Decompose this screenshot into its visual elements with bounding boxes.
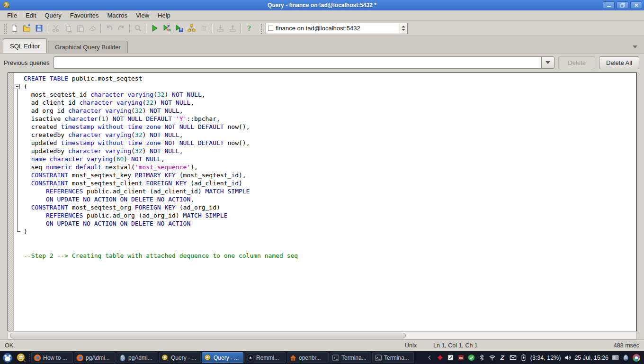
postgresql-tray-icon[interactable] <box>622 354 629 361</box>
open-file-button[interactable] <box>20 22 33 35</box>
taskbar-window-terminal-2[interactable]: Termina... <box>372 352 414 363</box>
spin-up-icon <box>402 26 405 27</box>
fold-collapse-icon[interactable] <box>15 84 20 89</box>
status-bar: OK. Unix Ln 1, Col 1, Ch 1 488 msec <box>0 339 644 351</box>
editor-wrap: CREATE TABLE public.most_seqtest( most_s… <box>0 72 644 339</box>
code-token: nextval( <box>101 164 134 171</box>
code-token: ( <box>131 131 135 138</box>
restore-button[interactable] <box>617 1 628 9</box>
menu-item-favourites[interactable]: Favourites <box>66 11 103 20</box>
sql-editor[interactable]: CREATE TABLE public.most_seqtest( most_s… <box>8 73 637 331</box>
tray-collapse-arrow-icon[interactable] <box>426 354 433 361</box>
horizontal-scrollbar[interactable] <box>8 332 637 339</box>
minimize-button[interactable] <box>603 1 615 9</box>
menu-item-file[interactable]: File <box>3 11 21 20</box>
tab-label: Graphical Query Builder <box>55 44 121 51</box>
svg-text:SQL: SQL <box>19 356 23 359</box>
menu-item-edit[interactable]: Edit <box>21 11 40 20</box>
code-token: now(), <box>224 123 250 130</box>
taskbar-window-remmina[interactable]: Remmi... <box>244 352 286 363</box>
code-token: 32 <box>135 107 143 114</box>
battery-tray-icon[interactable] <box>520 354 527 361</box>
fold-margin <box>14 73 21 331</box>
code-token: most_seqtest_client <box>68 180 146 187</box>
code-area[interactable]: CREATE TABLE public.most_seqtest( most_s… <box>21 73 636 331</box>
title-bar[interactable]: SQL Query - finance on tad@localhost:543… <box>0 0 644 10</box>
upload-box-icon <box>229 24 237 32</box>
minimize-icon <box>607 3 611 8</box>
code-token: 60 <box>116 155 124 163</box>
taskbar-window-openbravo[interactable]: openbr... <box>287 352 329 363</box>
code-token: character varying <box>90 91 153 98</box>
taskbar-window-pgadmin-ff[interactable]: pgAdmi... <box>74 352 116 363</box>
code-token: NOT NULL <box>150 131 179 138</box>
previous-queries-input[interactable] <box>54 56 541 69</box>
tab-overflow-arrow-icon[interactable] <box>633 46 637 48</box>
save-file-button[interactable] <box>33 22 45 35</box>
menu-item-view[interactable]: View <box>132 11 153 20</box>
previous-queries-label: Previous queries <box>4 59 50 66</box>
taskbar-window-pgadmin[interactable]: pgAdmi... <box>116 352 158 363</box>
chevron-down-icon <box>546 61 550 64</box>
status-cursor-position: Ln 1, Col 1, Ch 1 <box>433 342 590 349</box>
code-token: ) <box>164 91 172 98</box>
taskbar-window-howto[interactable]: How to ... <box>31 352 73 363</box>
connection-spinner[interactable] <box>399 23 407 34</box>
new-query-button[interactable] <box>8 22 20 35</box>
execute-pgscript-button[interactable]: PGS <box>161 22 173 35</box>
mail-tray-icon[interactable] <box>510 354 517 361</box>
scrollbar-thumb[interactable] <box>10 333 406 338</box>
code-token: name <box>31 155 46 163</box>
code-token: NOT NULL DEFAULT <box>164 123 224 130</box>
execute-to-file-button[interactable] <box>173 22 185 35</box>
menu-bar: FileEditQueryFavouritesMacrosViewHelp <box>0 10 644 21</box>
spin-down-icon <box>402 29 405 31</box>
cut-button <box>49 22 62 35</box>
cancel-query-button <box>197 22 210 35</box>
help-button[interactable]: ? <box>243 22 255 35</box>
close-button[interactable] <box>630 1 642 9</box>
connection-combobox[interactable]: finance on tad@localhost:5432 <box>266 23 408 34</box>
svg-text:P: P <box>167 25 170 28</box>
tab-sql-editor[interactable]: SQL Editor <box>3 38 47 53</box>
taskbar-window-query-1[interactable]: Query - ... <box>159 352 201 363</box>
previous-queries-dropdown-button[interactable] <box>541 56 555 69</box>
pgadmin-query-icon <box>161 354 169 362</box>
editor-gutter <box>8 73 14 331</box>
taskbar-window-terminal-1[interactable]: Termina... <box>330 352 371 363</box>
workspace-switcher[interactable] <box>612 354 619 361</box>
volume-tray-icon[interactable] <box>564 354 571 361</box>
toolbar-grip[interactable] <box>260 23 263 34</box>
menu-item-macros[interactable]: Macros <box>103 11 132 20</box>
red-diamond-tray-icon[interactable] <box>437 354 444 361</box>
green-check-tray-icon[interactable] <box>468 354 475 361</box>
pgadmin-launcher-button[interactable]: SQL <box>15 352 27 364</box>
code-token: FOREIGN KEY <box>146 180 187 187</box>
code-token: PRIMARY KEY <box>135 172 176 179</box>
toolbar-grip[interactable] <box>3 23 7 34</box>
tab-graphical-query-builder[interactable]: Graphical Query Builder <box>48 41 128 53</box>
execute-query-button[interactable] <box>148 22 161 35</box>
code-token: (ad_org_id) <box>176 204 220 211</box>
wifi-tray-icon[interactable] <box>489 354 496 361</box>
taskbar-window-query-2-active[interactable]: Query - ... <box>202 352 243 363</box>
code-token: CONSTRAINT <box>31 204 68 211</box>
clock[interactable]: 25 Jul, 15:26 <box>574 355 608 361</box>
code-token <box>24 212 46 219</box>
notes-tray-icon[interactable] <box>447 354 454 361</box>
code-token: most_seqtest_id <box>24 91 90 98</box>
code-token: ( <box>153 91 157 98</box>
home-icon <box>289 354 297 362</box>
code-token: timestamp without time zone <box>61 123 161 130</box>
chrome-tray-icon[interactable] <box>633 354 640 362</box>
code-line: createdby character varying(32) NOT NULL… <box>24 131 635 139</box>
explain-query-button[interactable] <box>185 22 197 35</box>
menu-item-help[interactable]: Help <box>153 11 175 20</box>
z-app-tray-icon[interactable]: Z <box>499 354 506 361</box>
im-tray-icon[interactable]: Im <box>457 354 465 361</box>
bluetooth-tray-icon[interactable] <box>478 354 485 361</box>
applications-menu-button[interactable] <box>1 352 14 364</box>
menu-item-query[interactable]: Query <box>40 11 65 20</box>
delete-all-button[interactable]: Delete All <box>599 56 639 69</box>
code-token: NOT NULL <box>131 155 161 163</box>
